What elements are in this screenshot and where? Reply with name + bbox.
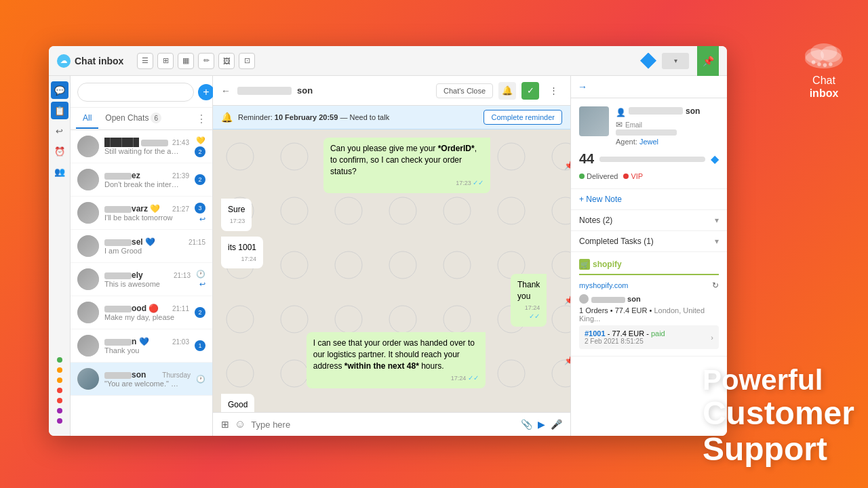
order-chevron-icon[interactable]: › <box>711 333 713 342</box>
sidebar-icon-clock[interactable]: ⏰ <box>51 142 68 160</box>
chat-info: varz 💛 21:27 I'll be back tomorrow <box>104 204 189 222</box>
avatar <box>77 169 99 190</box>
status-dot-red2 <box>57 398 62 403</box>
tabs-more-button[interactable]: ⋮ <box>196 113 207 125</box>
chat-tabs: All Open Chats6 ⋮ <box>71 108 212 130</box>
pin-icon: 📌 <box>564 356 570 365</box>
chat-header-name: son <box>297 85 313 96</box>
avatar <box>77 368 99 390</box>
tool-target[interactable]: ⊡ <box>239 53 255 69</box>
customer-stats: 44 ◆ <box>579 151 719 167</box>
avatar <box>77 335 99 357</box>
list-item[interactable]: sel 💙 21:15 I am Grood <box>71 230 212 263</box>
chat-time: 21:27 <box>172 205 189 213</box>
tab-open-chats[interactable]: Open Chats6 <box>98 108 168 129</box>
list-item[interactable]: ez 21:39 Don't break the internet 2 <box>71 163 212 197</box>
customer-email-blur <box>616 129 677 136</box>
pin-button[interactable]: 📌 <box>697 46 719 76</box>
stat-bar-fill <box>599 157 673 162</box>
message-input[interactable] <box>251 420 515 430</box>
list-item[interactable]: ely 21:13 This is awesome 🕐 ↩ <box>71 263 212 296</box>
list-item[interactable]: n 💙 21:03 Thank you 1 <box>71 329 212 363</box>
list-item[interactable]: varz 💛 21:27 I'll be back tomorrow 3 ↩ <box>71 197 212 230</box>
diamond-badge <box>640 53 656 69</box>
status-dot-red <box>57 388 62 393</box>
list-item[interactable]: ood 🔴 21:11 Make my day, please 2 <box>71 296 212 329</box>
list-item[interactable]: son Thursday "You are welcome." If there… <box>71 363 212 396</box>
notes-row[interactable]: Notes (2) ▾ <box>571 210 727 231</box>
chat-list-header: + <box>71 76 212 108</box>
mic-icon[interactable]: 🎤 <box>551 419 562 430</box>
avatar <box>77 235 99 257</box>
shopify-store-link[interactable]: myshopify.com <box>579 281 629 289</box>
shopify-customer-name: son <box>591 295 641 303</box>
chat-list: ██████ ██████ son 21:43 Still waiting fo… <box>71 130 212 436</box>
email-icon: ✉ <box>616 120 623 129</box>
search-input[interactable] <box>77 83 194 102</box>
tagline-line3: Support <box>703 432 854 468</box>
list-item[interactable]: ██████ ██████ son 21:43 Still waiting fo… <box>71 130 212 163</box>
tool-image[interactable]: 🖼 <box>218 53 235 69</box>
completed-tasks-row[interactable]: Completed Tasks (1) ▾ <box>571 231 727 252</box>
chat-preview: This is awesome <box>104 280 179 288</box>
chat-info: sel 💙 21:15 I am Grood <box>104 237 205 255</box>
message-time: 17:24 <box>228 255 256 264</box>
back-button[interactable]: ← <box>221 85 231 96</box>
chat-meta: 2 <box>195 307 205 318</box>
svg-point-3 <box>810 43 837 60</box>
refresh-icon[interactable]: ↻ <box>712 281 719 290</box>
order-status: paid <box>651 329 665 338</box>
chat-panel: ← son Chat's Close 🔔 ✓ ⋮ 🔔 Reminder: 10 … <box>213 76 571 436</box>
clock-icon: 🕐 <box>196 270 205 279</box>
avatar <box>77 268 99 290</box>
tool-inbox[interactable]: ☰ <box>137 53 153 69</box>
tool-edit[interactable]: ✏ <box>198 53 214 69</box>
chat-info: ely 21:13 This is awesome <box>104 270 191 288</box>
add-chat-button[interactable]: + <box>198 84 214 100</box>
chat-time: 21:11 <box>172 305 189 312</box>
sidebar-icon-tasks[interactable]: 📋 <box>51 102 68 119</box>
order-item[interactable]: #1001 - 77.4 EUR - paid 2 Feb 2021 8:51:… <box>579 325 719 349</box>
chat-info: n 💙 21:03 Thank you <box>104 337 189 354</box>
status-green-btn[interactable]: ✓ <box>521 82 539 100</box>
sidebar-icon-contacts[interactable]: 👥 <box>51 163 68 180</box>
chat-time: 21:03 <box>172 338 189 346</box>
send-button[interactable]: ▶ <box>538 419 545 430</box>
read-check-icon: ✓✓ <box>529 312 540 320</box>
emoji-badge: 💛 <box>196 136 205 145</box>
unread-badge: 2 <box>195 146 205 157</box>
message-time: 17:24 ✓✓ <box>517 304 540 322</box>
svg-point-6 <box>823 63 827 67</box>
chat-preview: Make my day, please <box>104 313 179 321</box>
reply-icon: ↩ <box>199 215 205 224</box>
tool-grid[interactable]: ⊞ <box>157 53 174 69</box>
agent-name: Jewel <box>639 138 658 146</box>
brand-cloud-icon <box>800 37 848 71</box>
unread-badge: 2 <box>195 307 205 318</box>
sidebar-icon-chat[interactable]: 💬 <box>51 81 68 99</box>
chat-preview: Don't break the internet <box>104 180 179 188</box>
dropdown-btn[interactable]: ▾ <box>662 53 689 69</box>
message-bubble: Good 17:24 <box>221 394 254 412</box>
attach-icon[interactable]: 📎 <box>521 419 532 430</box>
emoji-picker-button[interactable]: ☺ <box>235 418 245 430</box>
chat-preview: Still waiting for the action <box>104 147 179 155</box>
close-chat-button[interactable]: Chat's Close <box>436 83 493 98</box>
customer-mini-avatar <box>579 294 589 304</box>
customer-agent: Agent: Jewel <box>616 138 719 146</box>
chat-preview: I'll be back tomorrow <box>104 214 179 222</box>
right-panel-back[interactable]: → <box>578 81 587 92</box>
tool-table[interactable]: ▦ <box>178 53 194 69</box>
send-options-icon[interactable]: ⊞ <box>221 419 229 430</box>
unread-badge: 1 <box>195 340 205 351</box>
right-panel-header: → <box>571 76 727 98</box>
customer-orders: 1 Orders • 77.4 EUR • London, United Kin… <box>579 306 719 323</box>
pin-icon: 📌 <box>564 296 570 305</box>
more-options-btn[interactable]: ⋮ <box>545 82 562 100</box>
sidebar-icon-replies[interactable]: ↩ <box>51 122 68 140</box>
complete-reminder-button[interactable]: Complete reminder <box>484 110 562 125</box>
shopify-text: shopify <box>593 260 622 269</box>
new-note-button[interactable]: + New Note <box>579 195 719 204</box>
tab-all[interactable]: All <box>76 108 98 129</box>
reminder-icon-btn[interactable]: 🔔 <box>498 82 516 100</box>
